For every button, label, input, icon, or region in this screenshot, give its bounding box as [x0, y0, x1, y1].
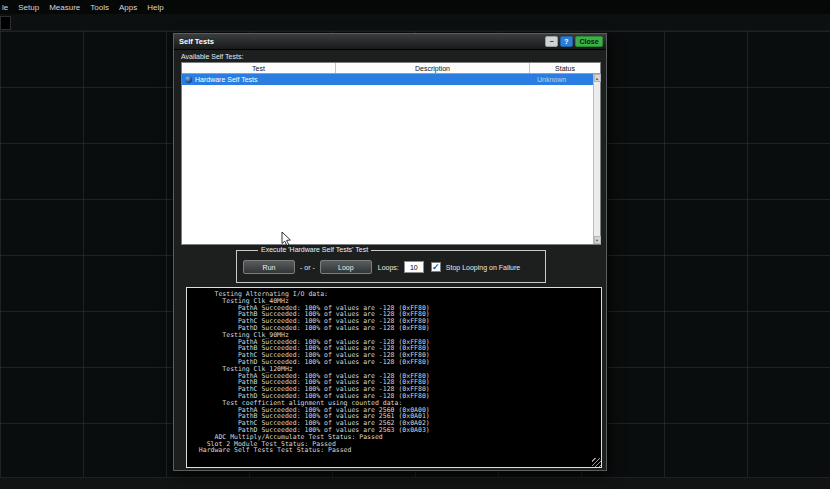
- table-row-hardware-self-tests[interactable]: Hardware Self Tests Unknown: [182, 74, 600, 85]
- mouse-cursor-icon: [281, 231, 292, 247]
- column-header-test[interactable]: Test: [182, 63, 336, 73]
- table-header: Test Description Status: [182, 63, 600, 74]
- test-status-cell: Unknown: [530, 76, 600, 83]
- menu-setup[interactable]: Setup: [18, 3, 39, 12]
- scroll-down-icon[interactable]: ▼: [594, 236, 601, 244]
- execute-controls-row: Run - or - Loop Loops: ✓ Stop Looping on…: [243, 260, 542, 274]
- menu-file[interactable]: le: [2, 3, 8, 12]
- scroll-up-icon[interactable]: ▲: [594, 74, 601, 82]
- test-item-icon: [185, 76, 192, 83]
- dialog-titlebar[interactable]: Self Tests − ? Close: [174, 34, 606, 50]
- column-header-description[interactable]: Description: [336, 63, 530, 73]
- or-label: - or -: [300, 264, 315, 271]
- bottom-status-bar: [0, 477, 830, 489]
- menu-tools[interactable]: Tools: [90, 3, 109, 12]
- oscilloscope-screen: le Setup Measure Tools Apps Help Auto Sc…: [0, 0, 830, 489]
- column-header-status[interactable]: Status: [530, 63, 600, 73]
- menu-help[interactable]: Help: [147, 3, 163, 12]
- dialog-title: Self Tests: [179, 37, 543, 46]
- self-tests-dialog: Self Tests − ? Close Available Self Test…: [173, 33, 607, 471]
- available-self-tests-label: Available Self Tests:: [181, 53, 243, 60]
- menu-measure[interactable]: Measure: [49, 3, 80, 12]
- stop-looping-label: Stop Looping on Failure: [446, 264, 520, 271]
- menu-apps[interactable]: Apps: [119, 3, 137, 12]
- resize-grip-icon[interactable]: [592, 458, 601, 467]
- table-scrollbar[interactable]: ▲ ▼: [593, 74, 600, 244]
- loops-label: Loops:: [378, 264, 399, 271]
- execute-group: Execute 'Hardware Self Tests' Test Run -…: [236, 250, 546, 283]
- loop-button[interactable]: Loop: [320, 260, 372, 274]
- checkmark-icon: ✓: [432, 263, 440, 272]
- loops-input[interactable]: [404, 261, 424, 273]
- test-results-console[interactable]: Testing Alternating I/O data: Testing Cl…: [186, 287, 602, 468]
- stop-looping-checkbox[interactable]: ✓: [431, 262, 441, 272]
- console-text: Testing Alternating I/O data: Testing Cl…: [187, 288, 601, 454]
- help-button[interactable]: ?: [560, 36, 573, 47]
- execute-group-label: Execute 'Hardware Self Tests' Test: [258, 246, 371, 253]
- test-name-label: Hardware Self Tests: [195, 76, 258, 83]
- corner-panel-tab: [0, 16, 11, 30]
- close-button[interactable]: Close: [575, 36, 603, 47]
- status-strip: [0, 14, 830, 31]
- test-name-cell: Hardware Self Tests: [182, 76, 336, 83]
- run-button[interactable]: Run: [243, 260, 295, 274]
- menu-bar: le Setup Measure Tools Apps Help: [0, 0, 830, 14]
- minimize-button[interactable]: −: [545, 36, 558, 47]
- self-tests-table[interactable]: Test Description Status Hardware Self Te…: [181, 62, 601, 245]
